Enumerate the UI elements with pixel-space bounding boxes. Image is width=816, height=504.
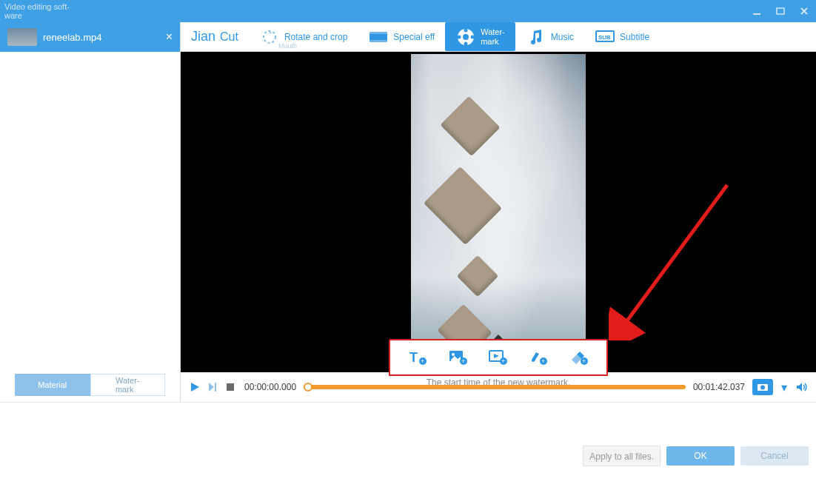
sidebar: reneelab.mp4 × Material Water- mark xyxy=(0,22,181,402)
apply-all-label: Apply to all files. xyxy=(589,451,654,462)
music-icon xyxy=(526,27,546,47)
cut-label-jian: Jian xyxy=(191,29,215,44)
tool-watermark[interactable]: Water- mark xyxy=(445,22,515,51)
special-label: Special eff xyxy=(393,32,435,42)
add-video-watermark-button[interactable]: + xyxy=(487,348,509,367)
svg-point-35 xyxy=(760,386,765,390)
svg-rect-1 xyxy=(777,8,784,14)
svg-point-11 xyxy=(464,41,468,45)
svg-rect-6 xyxy=(369,32,387,34)
tool-subtitle[interactable]: SUB Subtitle xyxy=(584,22,660,51)
bottom-panel: Apply to all files. OK Cancel xyxy=(0,402,816,472)
special-effects-icon xyxy=(368,27,389,47)
svg-point-27 xyxy=(532,359,535,362)
music-label: Music xyxy=(551,32,574,42)
play-button[interactable] xyxy=(188,380,201,394)
editor-panel: Jian Cut Rotate and crop Mouth Special e… xyxy=(181,22,816,402)
window-controls xyxy=(749,4,812,19)
cut-label: Cut xyxy=(220,30,238,44)
timeline-thumb[interactable] xyxy=(304,383,312,392)
erase-watermark-button[interactable]: + xyxy=(568,348,590,367)
svg-rect-33 xyxy=(227,383,234,391)
file-name: reneelab.mp4 xyxy=(43,32,160,43)
svg-text:+: + xyxy=(541,357,545,365)
svg-rect-7 xyxy=(369,40,387,42)
right-controls: ▾ xyxy=(752,379,809,395)
watermark-toolbar: T+ + + + + The start time of the new wat… xyxy=(389,339,608,376)
add-text-watermark-button[interactable]: T+ xyxy=(407,348,429,367)
timeline-slider[interactable] xyxy=(304,385,686,389)
main-toolbar: Jian Cut Rotate and crop Mouth Special e… xyxy=(181,22,816,52)
time-end-label: 00:01:42.037 xyxy=(693,382,745,392)
close-icon[interactable]: × xyxy=(166,30,173,44)
apply-all-toggle[interactable]: Apply to all files. xyxy=(583,446,661,466)
minimize-button[interactable] xyxy=(749,4,764,19)
svg-point-21 xyxy=(452,353,455,356)
video-viewer: T+ + + + + The start time of the new wat… xyxy=(181,52,816,372)
snapshot-dropdown[interactable]: ▾ xyxy=(777,380,791,394)
maximize-button[interactable] xyxy=(773,4,788,19)
sidebar-tabs: Material Water- mark xyxy=(15,374,165,396)
play-buttons xyxy=(188,380,237,394)
svg-line-16 xyxy=(623,185,727,326)
cancel-button[interactable]: Cancel xyxy=(740,446,809,466)
watermark-toolbar-inner: T+ + + + + The start time of the new wat… xyxy=(389,339,608,376)
svg-point-10 xyxy=(464,28,468,32)
rotate-label: Rotate and crop xyxy=(284,32,347,42)
remove-watermark-button[interactable]: + xyxy=(527,348,549,367)
svg-text:+: + xyxy=(421,357,424,365)
svg-text:+: + xyxy=(582,357,586,365)
stop-button[interactable] xyxy=(224,380,237,394)
time-start-label: 00:00:00.000 xyxy=(244,382,296,392)
file-thumbnail xyxy=(7,28,37,46)
svg-point-9 xyxy=(463,34,469,40)
svg-text:+: + xyxy=(461,357,465,365)
svg-point-13 xyxy=(471,35,475,38)
footer: Apply to all files. OK Cancel xyxy=(7,446,809,466)
watermark-label: Water- mark xyxy=(481,27,505,45)
mouth-label: Mouth xyxy=(278,42,297,50)
annotation-arrow xyxy=(609,178,742,340)
close-button[interactable] xyxy=(797,4,812,19)
tool-special-effects[interactable]: Special eff xyxy=(358,22,445,51)
sidebar-body xyxy=(0,52,180,374)
svg-text:SUB: SUB xyxy=(598,34,611,41)
tool-cut[interactable]: Jian Cut xyxy=(181,22,249,51)
subtitle-icon: SUB xyxy=(595,27,615,47)
video-frame[interactable] xyxy=(411,54,586,371)
titlebar: Video editing soft- ware xyxy=(0,0,816,22)
file-tab[interactable]: reneelab.mp4 × xyxy=(0,22,180,52)
watermark-icon xyxy=(455,27,476,47)
sidebar-tab-material[interactable]: Material xyxy=(15,374,90,396)
subtitle-label: Subtitle xyxy=(620,32,649,42)
app-title: Video editing soft- ware xyxy=(4,2,70,20)
volume-button[interactable] xyxy=(795,380,809,394)
add-image-watermark-button[interactable]: + xyxy=(447,348,469,367)
snapshot-button[interactable] xyxy=(752,379,773,395)
svg-text:T: T xyxy=(409,350,418,365)
playback-controls: 00:00:00.000 00:01:42.037 ▾ xyxy=(181,372,816,402)
tool-rotate[interactable]: Rotate and crop Mouth xyxy=(249,22,358,51)
svg-rect-32 xyxy=(215,383,216,392)
rotate-icon xyxy=(259,27,280,47)
ok-button[interactable]: OK xyxy=(666,446,735,466)
sidebar-tab-watermark[interactable]: Water- mark xyxy=(90,374,166,396)
svg-text:+: + xyxy=(501,357,505,365)
svg-point-12 xyxy=(458,35,461,38)
tool-music[interactable]: Music xyxy=(515,22,584,51)
step-button[interactable] xyxy=(206,380,219,394)
